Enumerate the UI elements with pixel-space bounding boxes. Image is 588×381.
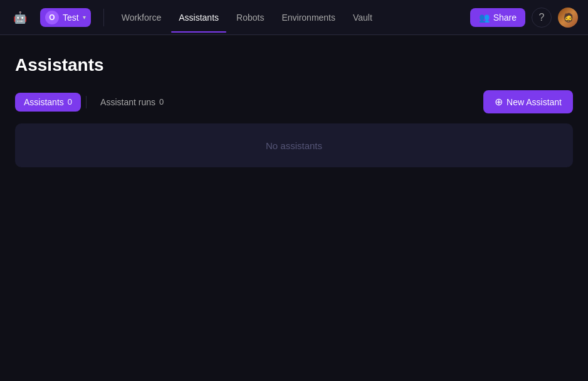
- main-content: Assistants Assistants 0 Assistant runs 0…: [0, 35, 588, 187]
- app-logo: 🤖: [10, 8, 30, 28]
- tab-assistants-label: Assistants: [24, 97, 64, 107]
- tab-assistant-runs-label: Assistant runs: [100, 97, 155, 107]
- help-icon: ?: [539, 12, 545, 23]
- nav-links: Workforce Assistants Robots Environments…: [114, 9, 465, 26]
- help-button[interactable]: ?: [532, 8, 552, 28]
- nav-link-environments[interactable]: Environments: [274, 9, 343, 26]
- new-assistant-label: New Assistant: [507, 97, 562, 107]
- nav-right: 👥 Share ? 🧔: [470, 8, 578, 28]
- tabs-bar: Assistants 0 Assistant runs 0 ⊕ New Assi…: [15, 90, 573, 113]
- nav-divider: [103, 9, 104, 26]
- tab-assistants-count: 0: [68, 97, 72, 107]
- tab-assistants[interactable]: Assistants 0: [15, 93, 81, 112]
- empty-state-message: No assistants: [266, 140, 322, 151]
- avatar[interactable]: 🧔: [558, 8, 578, 28]
- nav-link-vault[interactable]: Vault: [345, 9, 380, 26]
- share-icon: 👥: [479, 13, 490, 23]
- tab-separator: [86, 96, 87, 108]
- workspace-letter: O: [45, 11, 59, 24]
- tabs-left: Assistants 0 Assistant runs 0: [15, 93, 172, 112]
- tab-assistant-runs-count: 0: [159, 97, 164, 107]
- nav-link-workforce[interactable]: Workforce: [114, 9, 169, 26]
- nav-link-assistants[interactable]: Assistants: [171, 9, 226, 26]
- share-button[interactable]: 👥 Share: [470, 8, 525, 27]
- workspace-name: Test: [63, 13, 79, 23]
- workspace-selector[interactable]: O Test ▾: [40, 8, 91, 27]
- tab-assistant-runs[interactable]: Assistant runs 0: [92, 93, 172, 112]
- nav-link-robots[interactable]: Robots: [229, 9, 271, 26]
- new-assistant-button[interactable]: ⊕ New Assistant: [483, 90, 573, 113]
- empty-state-panel: No assistants: [15, 123, 573, 167]
- avatar-image: 🧔: [563, 13, 574, 23]
- plus-circle-icon: ⊕: [495, 96, 503, 108]
- navbar: 🤖 O Test ▾ Workforce Assistants Robots E…: [0, 0, 588, 35]
- chevron-down-icon: ▾: [83, 14, 86, 21]
- page-title: Assistants: [15, 55, 573, 75]
- share-label: Share: [493, 13, 517, 23]
